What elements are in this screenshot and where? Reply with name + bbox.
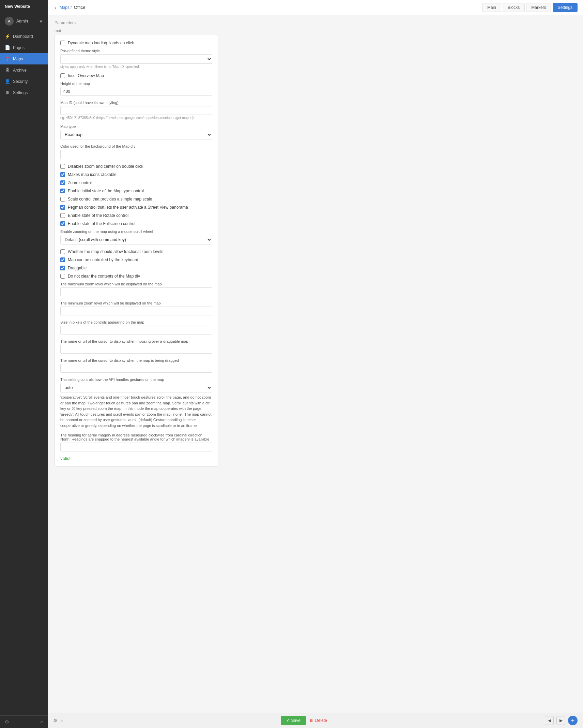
collapse-button[interactable]: « xyxy=(40,719,43,725)
map-type-control-checkbox[interactable] xyxy=(60,189,65,193)
breadcrumb: Maps / xyxy=(60,5,72,10)
min-zoom-group: The minimum zoom level which will be dis… xyxy=(60,301,212,315)
sidebar-item-security[interactable]: 👤Security xyxy=(0,76,48,87)
heading-label: The heading for aerial imagery in degree… xyxy=(60,433,212,441)
zoom-control-label[interactable]: Zoom control xyxy=(68,180,92,185)
drag-cursor-label: The name or url of the cursor to display… xyxy=(60,339,212,343)
scale-control-checkbox[interactable] xyxy=(60,197,65,202)
topbar-left: ‹ Maps / Office xyxy=(53,3,85,12)
fullscreen-control-row: Enable state of the Fullscreen control xyxy=(60,221,212,226)
fullscreen-control-checkbox[interactable] xyxy=(60,221,65,226)
bottombar-right: ◀ ▶ + xyxy=(545,716,578,725)
drag-cursor-input[interactable] xyxy=(60,345,212,354)
prev-arrow-button[interactable]: ◀ xyxy=(545,716,554,725)
tab-markers[interactable]: Markers xyxy=(526,3,551,12)
map-id-hint: eg: 4504f8b37365c3d0 (https://developers… xyxy=(60,116,212,120)
clear-map-div-checkbox[interactable] xyxy=(60,274,65,279)
predefined-theme-select[interactable]: - Light Dark Retro Silver xyxy=(60,54,212,64)
fractional-zoom-label[interactable]: Whether the map should allow fractional … xyxy=(68,249,163,254)
sidebar: New Website A Admin ★ ⚡Dashboard📄Pages📍M… xyxy=(0,0,48,728)
control-size-input[interactable] xyxy=(60,326,212,335)
zoom-control-checkbox[interactable] xyxy=(60,180,65,185)
delete-button[interactable]: 🗑 Delete xyxy=(309,718,327,723)
security-icon: 👤 xyxy=(5,79,10,84)
scroll-wheel-select[interactable]: Default (scroll with command key) Always… xyxy=(60,235,212,244)
clear-map-div-label[interactable]: Do not clear the contents of the Map div xyxy=(68,274,140,279)
predefined-theme-group: Pre-defined theme style - Light Dark Ret… xyxy=(60,49,212,69)
pegman-control-checkbox[interactable] xyxy=(60,205,65,210)
maps-icon: 📍 xyxy=(5,56,10,61)
height-input[interactable] xyxy=(60,87,212,96)
keyboard-control-row: Map can be controlled by the keyboard xyxy=(60,257,212,262)
valid-badge: valid xyxy=(60,456,212,461)
sidebar-item-maps[interactable]: 📍Maps xyxy=(0,53,48,64)
back-button[interactable]: ‹ xyxy=(53,3,58,12)
add-button[interactable]: + xyxy=(568,716,578,725)
gesture-handling-select[interactable]: auto cooperative greedy none xyxy=(60,383,212,392)
clickable-icons-checkbox[interactable] xyxy=(60,172,65,177)
sidebar-item-archive[interactable]: 🗄Archive xyxy=(0,64,48,76)
max-zoom-input[interactable] xyxy=(60,287,212,296)
rotate-control-checkbox[interactable] xyxy=(60,213,65,218)
star-icon: ★ xyxy=(39,19,43,24)
draggable-checkbox[interactable] xyxy=(60,266,65,270)
background-color-input[interactable] xyxy=(60,150,212,159)
fullscreen-control-label[interactable]: Enable state of the Fullscreen control xyxy=(68,221,135,226)
inset-overview-row: Inset Overview Map xyxy=(60,73,212,78)
sidebar-nav: ⚡Dashboard📄Pages📍Maps🗄Archive👤Security⚙S… xyxy=(0,29,48,715)
tab-settings[interactable]: Settings xyxy=(553,3,578,12)
disable-zoom-checkbox[interactable] xyxy=(60,164,65,169)
delete-label: Delete xyxy=(315,718,327,723)
max-zoom-label: The maximum zoom level which will be dis… xyxy=(60,282,212,286)
map-type-label: Map type xyxy=(60,124,212,129)
dragging-cursor-input[interactable] xyxy=(60,364,212,373)
delete-icon: 🗑 xyxy=(309,718,313,723)
sidebar-item-pages[interactable]: 📄Pages xyxy=(0,42,48,53)
pegman-control-label[interactable]: Pegman control that lets the user activa… xyxy=(68,205,188,210)
gesture-handling-group: This setting controls how the API handle… xyxy=(60,377,212,428)
sidebar-item-dashboard[interactable]: ⚡Dashboard xyxy=(0,31,48,42)
gesture-handling-label: This setting controls how the API handle… xyxy=(60,377,212,382)
sidebar-item-label-settings: Settings xyxy=(13,90,28,95)
heading-group: The heading for aerial imagery in degree… xyxy=(60,433,212,451)
fractional-zoom-checkbox[interactable] xyxy=(60,249,65,254)
save-icon: ✔ xyxy=(286,718,290,723)
breadcrumb-maps-link[interactable]: Maps xyxy=(60,5,70,10)
keyboard-control-label[interactable]: Map can be controlled by the keyboard xyxy=(68,257,138,262)
dynamic-map-loading-checkbox[interactable] xyxy=(60,41,65,45)
keyboard-control-checkbox[interactable] xyxy=(60,257,65,262)
disable-zoom-label[interactable]: Disables zoom and center on double click xyxy=(68,164,143,169)
inset-overview-label[interactable]: Inset Overview Map xyxy=(68,73,104,78)
sidebar-item-label-dashboard: Dashboard xyxy=(13,34,33,39)
breadcrumb-separator: / xyxy=(71,5,72,10)
settings-icon[interactable]: ⚙ xyxy=(5,719,9,725)
tab-blocks[interactable]: Blocks xyxy=(503,3,525,12)
rotate-control-row: Enable state of the Rotate control xyxy=(60,213,212,218)
map-id-input[interactable] xyxy=(60,106,212,115)
scale-control-label[interactable]: Scale control that provides a simple map… xyxy=(68,197,152,202)
rotate-control-label[interactable]: Enable state of the Rotate control xyxy=(68,213,128,218)
dynamic-map-loading-row: Dynamic map loading, loads on click xyxy=(60,41,212,45)
control-size-label: Size in pixels of the controls appearing… xyxy=(60,320,212,324)
heading-input[interactable] xyxy=(60,443,212,451)
app-title: New Website xyxy=(0,0,48,13)
map-type-select[interactable]: Roadmap Satellite Hybrid Terrain xyxy=(60,130,212,139)
section-title: Parameters xyxy=(55,20,576,25)
collapse-footer-btn[interactable]: « xyxy=(60,718,63,723)
zoom-control-row: Zoom control xyxy=(60,180,212,185)
sidebar-item-label-archive: Archive xyxy=(13,68,27,73)
sidebar-item-settings[interactable]: ⚙Settings xyxy=(0,87,48,98)
dynamic-map-loading-label[interactable]: Dynamic map loading, loads on click xyxy=(68,41,134,45)
min-zoom-input[interactable] xyxy=(60,307,212,315)
tab-main[interactable]: Main xyxy=(482,3,501,12)
map-type-control-label[interactable]: Enable initial state of the Map type con… xyxy=(68,189,144,193)
next-arrow-button[interactable]: ▶ xyxy=(556,716,565,725)
scale-control-row: Scale control that provides a simple map… xyxy=(60,197,212,202)
map-id-group: Map ID (could have its own styling) eg: … xyxy=(60,101,212,120)
save-label: Save xyxy=(291,718,301,723)
draggable-label[interactable]: Draggable xyxy=(68,266,87,270)
bottombar-left: ⚙ « xyxy=(53,718,63,723)
clickable-icons-label[interactable]: Makes map icons clickable xyxy=(68,172,117,177)
save-button[interactable]: ✔ Save xyxy=(281,716,306,725)
inset-overview-checkbox[interactable] xyxy=(60,73,65,78)
